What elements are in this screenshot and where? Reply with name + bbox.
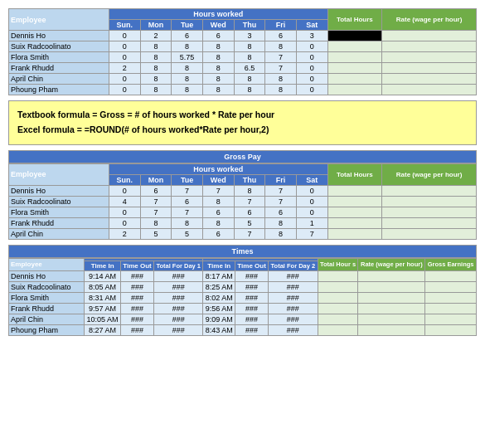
cell: 8 [202, 196, 234, 207]
gross-header: Gross Earnings [425, 258, 477, 270]
wed-header: Wed [202, 20, 234, 31]
cell: ### [235, 292, 269, 303]
cell: 6.5 [234, 63, 265, 74]
cell: 1 [296, 217, 327, 228]
cell: 6 [172, 196, 203, 207]
hours-worked-header: Hours worked [109, 9, 327, 20]
cell: 8:05 AM [85, 281, 121, 292]
employee-name: Phoung Pham [9, 324, 85, 335]
cell: ### [154, 324, 203, 335]
cell: 5.75 [172, 52, 203, 63]
total-cell [327, 228, 382, 239]
rate-cell [358, 324, 425, 335]
cell: 7 [265, 196, 297, 207]
rate-cell [382, 31, 477, 41]
cell: 7 [265, 185, 297, 196]
cell: ### [154, 314, 203, 324]
employee-name: Dennis Ho [9, 185, 109, 196]
cell: 8 [265, 217, 297, 228]
gross-cell [425, 270, 477, 281]
cell: 0 [296, 52, 327, 63]
table-row: Suix Radcoolinato 4 7 6 8 7 7 0 [9, 196, 477, 207]
employee-name: Suix Radcoolinato [9, 196, 109, 207]
employee-name: Dennis Ho [9, 270, 85, 281]
mon-header: Mon [140, 20, 172, 31]
cell: 8 [172, 41, 203, 52]
timein1-header: Time In [85, 261, 121, 270]
employee-name: Frank Rhudd [9, 303, 85, 314]
cell: ### [120, 270, 153, 281]
cell: ### [269, 303, 318, 314]
cell: 6 [202, 228, 234, 239]
table-row: Flora Smith 0 8 5.75 8 8 7 0 [9, 52, 477, 63]
sun-header-2: Sun. [109, 174, 141, 185]
total-cell [318, 292, 358, 303]
cell: 8:17 AM [203, 270, 235, 281]
cell: 8 [202, 217, 234, 228]
table-row: Frank Rhudd 0 8 8 8 5 8 1 [9, 217, 477, 228]
cell: 8 [172, 63, 203, 74]
rate-cell [382, 63, 477, 74]
sat-header-2: Sat [296, 174, 327, 185]
cell: 3 [234, 31, 265, 41]
cell: 8 [202, 63, 234, 74]
cell: 6 [265, 31, 297, 41]
gross-cell [425, 292, 477, 303]
cell: 0 [296, 74, 327, 85]
wed-header-2: Wed [202, 174, 234, 185]
cell: 0 [296, 185, 327, 196]
rate-cell [358, 314, 425, 324]
employee-name: Flora Smith [9, 52, 109, 63]
total-cell [327, 74, 382, 85]
mon-header-2: Mon [140, 174, 172, 185]
gross-pay-title: Gross Pay [9, 150, 477, 163]
cell: ### [269, 270, 318, 281]
cell: 7 [172, 207, 203, 217]
cell: 0 [109, 31, 141, 41]
cell: ### [269, 314, 318, 324]
cell: 8:31 AM [85, 292, 121, 303]
cell: ### [269, 281, 318, 292]
spreadsheet: Employee Hours worked Total Hours Rate (… [8, 8, 477, 336]
times-table: Employee Total Hour s Rate (wage per hou… [8, 258, 477, 336]
cell: ### [269, 292, 318, 303]
cell: ### [120, 314, 153, 324]
cell: 0 [109, 74, 141, 85]
cell: 8 [234, 185, 265, 196]
cell: 0 [296, 207, 327, 217]
cell: 2 [140, 31, 172, 41]
total2-header: Total For Day 2 [269, 261, 318, 270]
cell: 8 [172, 85, 203, 95]
tue-header-2: Tue [172, 174, 203, 185]
rate-cell [382, 74, 477, 85]
total-cell [327, 41, 382, 52]
cell: 2 [109, 228, 141, 239]
cell: 8 [140, 85, 172, 95]
total-cell [327, 185, 382, 196]
total-cell [327, 217, 382, 228]
employee-name: April Chin [9, 314, 85, 324]
cell: 8 [265, 228, 297, 239]
rate-cell [382, 52, 477, 63]
total-cell [327, 85, 382, 95]
cell: 8 [265, 41, 297, 52]
employee-name: Suix Radcoolinato [9, 281, 85, 292]
cell: 8 [172, 217, 203, 228]
cell: ### [120, 281, 153, 292]
cell: 8 [265, 85, 297, 95]
rate-cell [358, 303, 425, 314]
total1-header: Total For Day 1 [154, 261, 203, 270]
cell: 8:02 AM [203, 292, 235, 303]
employee-name: Frank Rhudd [9, 63, 109, 74]
employee-name: April Chin [9, 74, 109, 85]
cell: 10:05 AM [85, 314, 121, 324]
cell: 8:43 AM [203, 324, 235, 335]
cell: 7 [172, 185, 203, 196]
employee-name: Frank Rhudd [9, 217, 109, 228]
total-cell [327, 31, 382, 41]
cell: 8:27 AM [85, 324, 121, 335]
cell: 8 [140, 41, 172, 52]
table-row: Dennis Ho 9:14 AM ### ### 8:17 AM ### ##… [9, 270, 477, 281]
cell: ### [120, 303, 153, 314]
timeout2-header: Time Out [235, 261, 269, 270]
